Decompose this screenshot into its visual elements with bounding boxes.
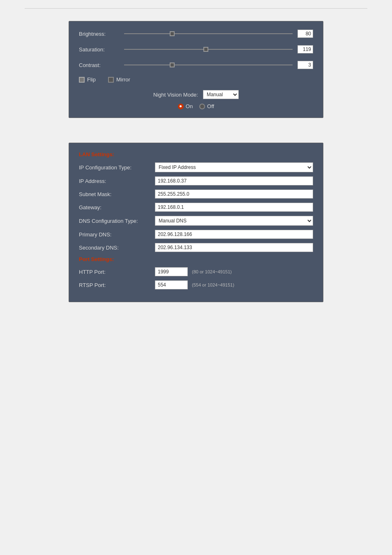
primary-dns-row: Primary DNS: — [79, 230, 313, 239]
night-vision-select[interactable]: Manual Auto Scheduled — [203, 90, 239, 99]
night-vision-on-radio[interactable]: On — [178, 103, 193, 109]
primary-dns-input[interactable] — [155, 230, 313, 239]
page-wrapper: Brightness: Saturation: Contrast: — [0, 0, 392, 335]
saturation-slider-container[interactable] — [124, 45, 293, 53]
subnet-mask-input[interactable] — [155, 190, 313, 199]
saturation-slider-thumb[interactable] — [203, 47, 208, 52]
flip-checkbox-box[interactable] — [79, 77, 85, 83]
mirror-checkbox[interactable]: Mirror — [108, 76, 130, 83]
http-port-hint: (80 or 1024~49151) — [192, 269, 232, 274]
http-port-label: HTTP Port: — [79, 269, 155, 275]
ip-address-row: IP Address: — [79, 176, 313, 185]
rtsp-port-label: RTSP Port: — [79, 282, 155, 288]
night-vision-radio-row: On Off — [178, 103, 214, 109]
night-vision-label: Night Vision Mode: — [153, 92, 198, 98]
ip-address-input[interactable] — [155, 176, 313, 185]
brightness-slider-track — [124, 33, 293, 34]
secondary-dns-row: Secondary DNS: — [79, 243, 313, 252]
primary-dns-label: Primary DNS: — [79, 231, 155, 238]
flip-checkbox[interactable]: Flip — [79, 76, 96, 83]
subnet-mask-label: Subnet Mask: — [79, 191, 155, 197]
night-vision-on-label: On — [186, 103, 193, 109]
rtsp-port-row: RTSP Port: (554 or 1024~49151) — [79, 280, 313, 289]
radio-on-circle[interactable] — [178, 104, 184, 109]
brightness-label: Brightness: — [79, 31, 124, 37]
flip-mirror-row: Flip Mirror — [79, 76, 313, 83]
contrast-value[interactable] — [297, 61, 313, 69]
rtsp-port-hint: (554 or 1024~49151) — [192, 282, 234, 287]
brightness-slider-thumb[interactable] — [170, 31, 175, 36]
night-vision-inner: Night Vision Mode: Manual Auto Scheduled — [153, 90, 239, 99]
image-settings-panel: Brightness: Saturation: Contrast: — [69, 21, 323, 118]
gateway-input[interactable] — [155, 203, 313, 212]
night-vision-section: Night Vision Mode: Manual Auto Scheduled… — [79, 90, 313, 109]
contrast-slider-thumb[interactable] — [170, 62, 175, 67]
ip-config-row: IP Configuration Type: Fixed IP Address … — [79, 162, 313, 172]
contrast-slider-container[interactable] — [124, 61, 293, 69]
saturation-value[interactable] — [297, 45, 313, 53]
night-vision-off-label: Off — [207, 103, 214, 109]
http-port-row: HTTP Port: (80 or 1024~49151) — [79, 267, 313, 276]
subnet-mask-row: Subnet Mask: — [79, 190, 313, 199]
lan-section-title: LAN Settings: — [79, 151, 313, 157]
mirror-label: Mirror — [116, 76, 130, 83]
contrast-row: Contrast: — [79, 61, 313, 69]
saturation-slider-track — [124, 49, 293, 50]
contrast-slider-track — [124, 65, 293, 65]
ip-config-select[interactable]: Fixed IP Address DHCP — [155, 162, 313, 172]
top-divider — [25, 8, 367, 9]
secondary-dns-input[interactable] — [155, 243, 313, 252]
ip-address-label: IP Address: — [79, 178, 155, 184]
port-settings-title: Port Settings: — [79, 256, 313, 262]
saturation-row: Saturation: — [79, 45, 313, 53]
dns-config-label: DNS Configuration Type: — [79, 218, 155, 224]
brightness-value[interactable] — [297, 30, 313, 38]
rtsp-port-input[interactable] — [155, 280, 188, 289]
brightness-row: Brightness: — [79, 30, 313, 38]
dns-config-row: DNS Configuration Type: Manual DNS Auto … — [79, 216, 313, 226]
dns-config-select[interactable]: Manual DNS Auto DNS — [155, 216, 313, 226]
radio-off-circle[interactable] — [199, 104, 205, 109]
brightness-slider-container[interactable] — [124, 30, 293, 38]
lan-settings-panel: LAN Settings: IP Configuration Type: Fix… — [69, 143, 323, 302]
night-vision-off-radio[interactable]: Off — [199, 103, 214, 109]
secondary-dns-label: Secondary DNS: — [79, 245, 155, 251]
gateway-label: Gateway: — [79, 204, 155, 210]
mirror-checkbox-box[interactable] — [108, 77, 114, 83]
ip-config-label: IP Configuration Type: — [79, 164, 155, 171]
http-port-input[interactable] — [155, 267, 188, 276]
saturation-label: Saturation: — [79, 46, 124, 53]
gateway-row: Gateway: — [79, 203, 313, 212]
flip-label: Flip — [87, 76, 96, 83]
contrast-label: Contrast: — [79, 62, 124, 68]
